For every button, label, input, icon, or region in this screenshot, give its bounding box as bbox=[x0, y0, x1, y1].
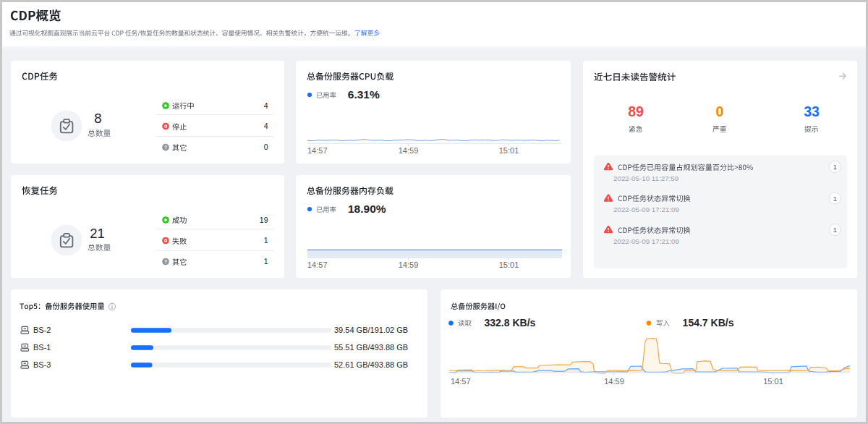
svg-text:1: 1 bbox=[833, 226, 837, 234]
svg-text:1: 1 bbox=[833, 195, 837, 203]
svg-text:21: 21 bbox=[90, 226, 105, 241]
svg-text:14:57: 14:57 bbox=[307, 260, 328, 269]
svg-text:55.51 GB/493.88 GB: 55.51 GB/493.88 GB bbox=[334, 343, 408, 352]
svg-text:14:59: 14:59 bbox=[399, 146, 419, 155]
svg-text:1: 1 bbox=[264, 236, 268, 245]
svg-text:15:01: 15:01 bbox=[499, 146, 519, 155]
svg-text:154.7 KB/s: 154.7 KB/s bbox=[683, 317, 734, 328]
svg-text:14:57: 14:57 bbox=[307, 146, 328, 155]
svg-text:8: 8 bbox=[94, 111, 101, 126]
svg-text:0: 0 bbox=[716, 103, 724, 119]
svg-text:39.54 GB/191.02 GB: 39.54 GB/191.02 GB bbox=[334, 326, 408, 334]
svg-text:33: 33 bbox=[804, 103, 820, 119]
svg-text:14:57: 14:57 bbox=[451, 377, 471, 386]
svg-text:2022-05-09 17:21:09: 2022-05-09 17:21:09 bbox=[613, 237, 679, 245]
svg-text:14:59: 14:59 bbox=[399, 260, 419, 269]
svg-text:BS-3: BS-3 bbox=[33, 360, 51, 369]
svg-text:2022-05-10 11:27:59: 2022-05-10 11:27:59 bbox=[613, 174, 678, 182]
svg-text:15:01: 15:01 bbox=[499, 260, 519, 269]
svg-text:1: 1 bbox=[833, 163, 837, 171]
svg-text:0: 0 bbox=[264, 143, 268, 151]
svg-text:14:59: 14:59 bbox=[604, 377, 624, 386]
svg-text:52.61 GB/493.88 GB: 52.61 GB/493.88 GB bbox=[334, 360, 408, 369]
svg-text:BS-2: BS-2 bbox=[33, 326, 51, 334]
svg-text:18.90%: 18.90% bbox=[348, 203, 386, 215]
svg-text:1: 1 bbox=[264, 257, 268, 266]
svg-text:4: 4 bbox=[264, 122, 268, 130]
svg-text:6.31%: 6.31% bbox=[348, 88, 380, 101]
svg-text:2022-05-09 17:21:09: 2022-05-09 17:21:09 bbox=[613, 205, 679, 213]
svg-text:89: 89 bbox=[628, 103, 644, 119]
svg-text:19: 19 bbox=[260, 216, 268, 224]
svg-text:BS-1: BS-1 bbox=[33, 343, 51, 352]
svg-text:15:01: 15:01 bbox=[763, 377, 783, 386]
svg-text:4: 4 bbox=[264, 101, 268, 110]
svg-text:332.8 KB/s: 332.8 KB/s bbox=[485, 317, 536, 328]
